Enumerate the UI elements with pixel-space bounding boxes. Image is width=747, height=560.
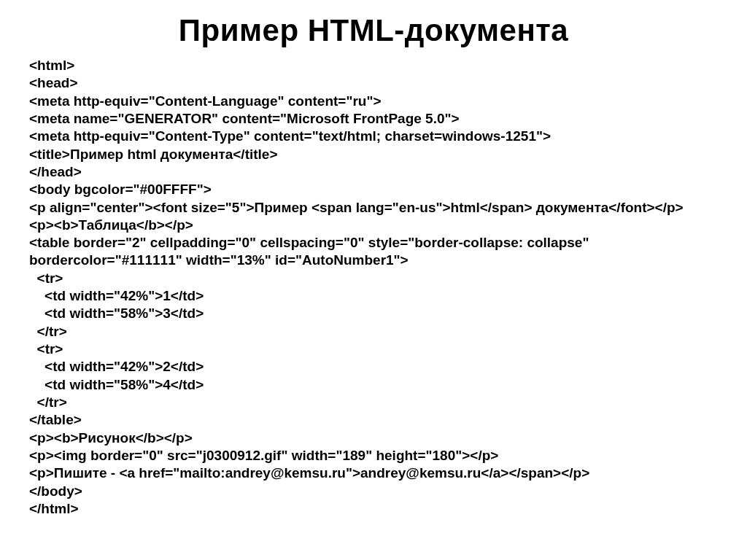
code-block: <html> <head> <meta http-equiv="Content-… [29,57,718,518]
slide-title: Пример HTML-документа [0,13,747,48]
